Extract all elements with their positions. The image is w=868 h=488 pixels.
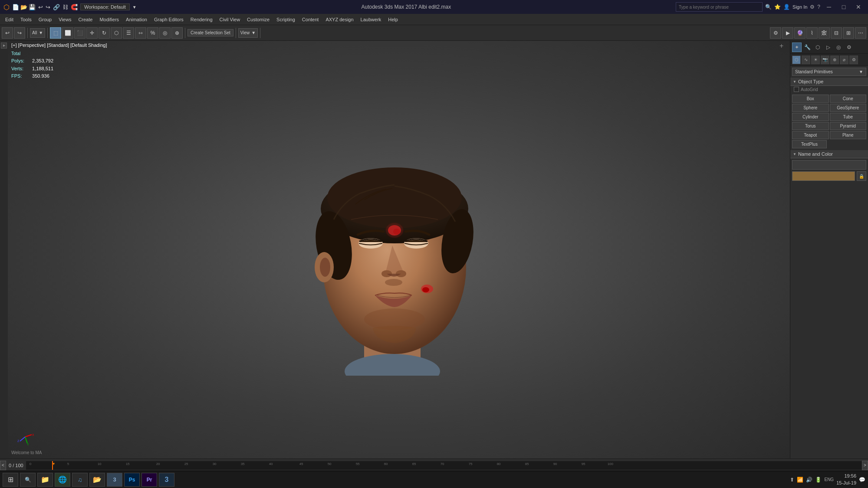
- render-button[interactable]: ▶: [782, 27, 793, 39]
- menu-laubwerk[interactable]: Laubwerk: [357, 16, 385, 23]
- torus-button[interactable]: Torus: [792, 122, 829, 130]
- scale-button[interactable]: ⬡: [111, 27, 122, 39]
- view-dropdown[interactable]: View ▼: [238, 28, 258, 38]
- open-icon[interactable]: 📂: [20, 4, 27, 10]
- file-manager-button[interactable]: 📂: [89, 473, 105, 487]
- media-player-button[interactable]: ♫: [72, 473, 88, 487]
- hierarchy-panel-icon[interactable]: ⬡: [813, 43, 822, 52]
- menu-content[interactable]: Content: [299, 16, 322, 23]
- align-button[interactable]: ⊟: [831, 27, 842, 39]
- 3dsmax-taskbar-button[interactable]: 3: [159, 473, 174, 487]
- minimize-button[interactable]: ─: [823, 3, 835, 11]
- start-button[interactable]: ⊞: [3, 473, 18, 487]
- object-name-input[interactable]: [792, 160, 866, 170]
- select-region-button[interactable]: ⬜: [62, 27, 73, 39]
- menu-rendering[interactable]: Rendering: [187, 16, 216, 23]
- pyramid-button[interactable]: Pyramid: [830, 122, 867, 130]
- unlink-icon[interactable]: ⛓: [62, 4, 68, 10]
- schematic-button[interactable]: 🕸: [819, 27, 830, 39]
- utilities-panel-icon[interactable]: ⚙: [844, 43, 854, 52]
- timeline-track[interactable]: 0 ▼ 5 10 15 20 25 30 35 40 45 50 55 60 6…: [26, 461, 862, 470]
- teapot-button[interactable]: Teapot: [792, 131, 829, 139]
- display-panel-icon[interactable]: ◎: [834, 43, 843, 52]
- geometry-tab[interactable]: ⬡: [792, 56, 801, 64]
- notification-icon[interactable]: 💬: [859, 477, 865, 483]
- menu-scripting[interactable]: Scripting: [273, 16, 299, 23]
- sphere-button[interactable]: Sphere: [792, 104, 829, 112]
- select-by-name-button[interactable]: ☰: [123, 27, 134, 39]
- premiere-button[interactable]: Pr: [141, 473, 157, 487]
- extras-button[interactable]: ⋯: [855, 27, 866, 39]
- menu-edit[interactable]: Edit: [2, 16, 17, 23]
- snap-toggle-button[interactable]: ⊕: [171, 27, 183, 39]
- photoshop-button[interactable]: Ps: [124, 473, 140, 487]
- mirror-button[interactable]: ⇿: [135, 27, 146, 39]
- redo-icon[interactable]: ↪: [46, 4, 50, 10]
- spacewarp-tab[interactable]: ⌀: [840, 56, 848, 64]
- autogrid-checkbox[interactable]: [794, 87, 799, 92]
- browser-button[interactable]: 🌐: [55, 473, 70, 487]
- selection-filter-dropdown[interactable]: All ▼: [30, 28, 45, 38]
- file-explorer-button[interactable]: 📁: [37, 473, 53, 487]
- shape-tab[interactable]: ∿: [802, 56, 810, 64]
- motion-panel-icon[interactable]: ▷: [823, 43, 833, 52]
- menu-civil-view[interactable]: Civil View: [216, 16, 243, 23]
- layer-button[interactable]: ⊞: [843, 27, 854, 39]
- cone-button[interactable]: Cone: [830, 95, 867, 103]
- undo-icon[interactable]: ↩: [38, 4, 43, 10]
- menu-customize[interactable]: Customize: [243, 16, 273, 23]
- select-move-button[interactable]: ✛: [86, 27, 98, 39]
- menu-tools[interactable]: Tools: [17, 16, 35, 23]
- 3dsmax-app-button[interactable]: 3: [107, 473, 122, 487]
- new-icon[interactable]: 📄: [12, 4, 19, 10]
- geosphere-button[interactable]: GeoSphere: [830, 104, 867, 112]
- tube-button[interactable]: Tube: [830, 113, 867, 121]
- rotate-button[interactable]: ↻: [99, 27, 110, 39]
- create-selection-set-input[interactable]: Create Selection Set: [187, 29, 233, 36]
- search-button[interactable]: 🔍: [20, 473, 36, 487]
- color-lock-button[interactable]: 🔒: [857, 171, 866, 181]
- helper-tab[interactable]: ⊕: [830, 56, 839, 64]
- curve-editor-button[interactable]: ⌇: [806, 27, 818, 39]
- link-icon[interactable]: 🔗: [53, 4, 60, 10]
- workspace-arrow[interactable]: ▼: [132, 5, 137, 10]
- object-type-section-header[interactable]: ▼ Object Type: [790, 78, 868, 86]
- menu-animation[interactable]: Animation: [122, 16, 151, 23]
- bind-icon[interactable]: 🧲: [71, 4, 78, 10]
- sign-in-label[interactable]: Sign In: [792, 4, 807, 10]
- plane-button[interactable]: Plane: [830, 131, 867, 139]
- menu-axyz-design[interactable]: AXYZ design: [322, 16, 357, 23]
- close-button[interactable]: ✕: [852, 3, 865, 11]
- help-icon[interactable]: ?: [817, 4, 820, 10]
- system-tab[interactable]: ⚙: [849, 56, 858, 64]
- category-dropdown[interactable]: Standard Primitives ▼: [792, 68, 866, 76]
- material-editor-button[interactable]: 🔮: [794, 27, 806, 39]
- play-icon[interactable]: ▶: [1, 43, 7, 49]
- settings-icon[interactable]: ⚙: [810, 4, 815, 10]
- title-search-input[interactable]: [676, 2, 763, 12]
- color-swatch[interactable]: [792, 171, 855, 181]
- viewport-expand-button[interactable]: +: [779, 43, 788, 51]
- window-crossing-button[interactable]: ⬛: [74, 27, 85, 39]
- cylinder-button[interactable]: Cylinder: [792, 113, 829, 121]
- name-color-section-header[interactable]: ▼ Name and Color: [790, 150, 868, 158]
- workspace-dropdown[interactable]: Workspace: Default: [80, 3, 130, 10]
- timeline-left-button[interactable]: <: [0, 461, 6, 470]
- viewport[interactable]: [+] [Perspective] [Standard] [Default Sh…: [8, 41, 790, 459]
- menu-graph-editors[interactable]: Graph Editors: [151, 16, 187, 23]
- percent-button[interactable]: %: [147, 27, 158, 39]
- create-panel-icon[interactable]: ✦: [792, 43, 802, 52]
- undo-button[interactable]: ↩: [2, 27, 13, 39]
- save-icon[interactable]: 💾: [29, 4, 36, 10]
- camera-tab[interactable]: 📷: [821, 56, 829, 64]
- render-setup-button[interactable]: ⚙: [770, 27, 781, 39]
- light-tab[interactable]: ☀: [811, 56, 820, 64]
- restore-button[interactable]: □: [838, 3, 850, 11]
- angle-snap-button[interactable]: ◎: [159, 27, 171, 39]
- modify-panel-icon[interactable]: 🔧: [802, 43, 812, 52]
- redo-button[interactable]: ↪: [14, 27, 25, 39]
- select-button[interactable]: ⬚: [50, 27, 61, 39]
- timeline-right-button[interactable]: >: [862, 461, 868, 470]
- menu-create[interactable]: Create: [75, 16, 96, 23]
- box-button[interactable]: Box: [792, 95, 829, 103]
